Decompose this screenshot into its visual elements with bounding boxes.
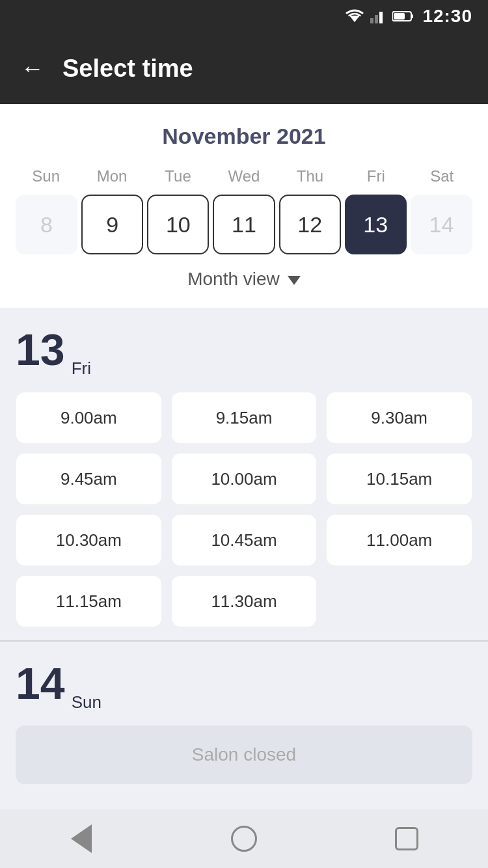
slot-10-30am[interactable]: 10.30am xyxy=(16,514,162,566)
date-10[interactable]: 10 xyxy=(147,195,209,254)
wifi-icon xyxy=(346,9,364,23)
day-14-header: 14 Sun xyxy=(16,661,472,712)
date-9[interactable]: 9 xyxy=(81,195,143,254)
slot-11-15am[interactable]: 11.15am xyxy=(16,575,162,627)
salon-closed-label: Salon closed xyxy=(16,726,472,784)
slot-11-30am[interactable]: 11.30am xyxy=(171,575,318,627)
svg-marker-0 xyxy=(349,16,360,22)
bottom-nav xyxy=(0,809,488,868)
header-title: Select time xyxy=(62,55,193,83)
status-bar: 12:30 xyxy=(0,0,488,33)
day-14-number: 14 xyxy=(16,661,65,705)
day-13-time-grid: 9.00am 9.15am 9.30am 9.45am 10.00am 10.1… xyxy=(16,392,472,627)
status-icons xyxy=(346,9,414,23)
date-row: 8 9 10 11 12 13 14 xyxy=(13,195,475,254)
svg-rect-3 xyxy=(379,12,383,23)
nav-back-button[interactable] xyxy=(64,821,99,856)
slot-9-00am[interactable]: 9.00am xyxy=(16,392,162,444)
day-13-header: 13 Fri xyxy=(16,327,472,379)
svg-rect-6 xyxy=(394,13,405,20)
weekday-tue: Tue xyxy=(145,165,211,188)
status-time: 12:30 xyxy=(422,6,472,27)
recent-square-icon xyxy=(395,827,418,850)
weekday-thu: Thu xyxy=(277,165,343,188)
slot-9-15am[interactable]: 9.15am xyxy=(171,392,318,444)
date-12[interactable]: 12 xyxy=(279,195,341,254)
month-label: November 2021 xyxy=(13,124,475,149)
svg-rect-2 xyxy=(375,15,378,23)
svg-rect-1 xyxy=(370,18,373,23)
slot-10-00am[interactable]: 10.00am xyxy=(171,453,318,505)
slot-9-45am[interactable]: 9.45am xyxy=(16,453,162,505)
day-13-number: 13 xyxy=(16,327,65,372)
battery-icon xyxy=(392,10,414,22)
svg-rect-5 xyxy=(411,14,413,18)
day-13-name: Fri xyxy=(72,359,91,379)
month-view-label: Month view xyxy=(187,269,280,290)
back-triangle-icon xyxy=(71,824,92,853)
slot-10-15am[interactable]: 10.15am xyxy=(326,453,472,505)
chevron-down-icon xyxy=(288,276,301,285)
date-13[interactable]: 13 xyxy=(345,195,407,254)
weekday-mon: Mon xyxy=(79,165,144,188)
day-14-block: 14 Sun Salon closed xyxy=(0,642,488,797)
calendar-section: November 2021 Sun Mon Tue Wed Thu Fri Sa… xyxy=(0,104,488,308)
weekday-wed: Wed xyxy=(211,165,277,188)
weekday-row: Sun Mon Tue Wed Thu Fri Sat xyxy=(13,165,475,188)
day-14-name: Sun xyxy=(72,692,102,712)
day-13-block: 13 Fri 9.00am 9.15am 9.30am 9.45am 10.00… xyxy=(0,308,488,640)
nav-home-button[interactable] xyxy=(226,821,262,856)
header: ← Select time xyxy=(0,33,488,104)
back-button[interactable]: ← xyxy=(21,55,44,82)
date-14[interactable]: 14 xyxy=(411,195,472,254)
weekday-fri: Fri xyxy=(343,165,409,188)
date-11[interactable]: 11 xyxy=(213,195,275,254)
slot-9-30am[interactable]: 9.30am xyxy=(326,392,472,444)
weekday-sun: Sun xyxy=(13,165,79,188)
nav-recent-button[interactable] xyxy=(389,821,424,856)
weekday-sat: Sat xyxy=(409,165,475,188)
signal-icon xyxy=(370,9,386,23)
slot-10-45am[interactable]: 10.45am xyxy=(171,514,318,566)
home-circle-icon xyxy=(231,826,257,852)
date-8[interactable]: 8 xyxy=(16,195,77,254)
month-view-toggle[interactable]: Month view xyxy=(13,254,475,295)
timeslots-section: 13 Fri 9.00am 9.15am 9.30am 9.45am 10.00… xyxy=(0,308,488,817)
slot-11-00am[interactable]: 11.00am xyxy=(326,514,472,566)
